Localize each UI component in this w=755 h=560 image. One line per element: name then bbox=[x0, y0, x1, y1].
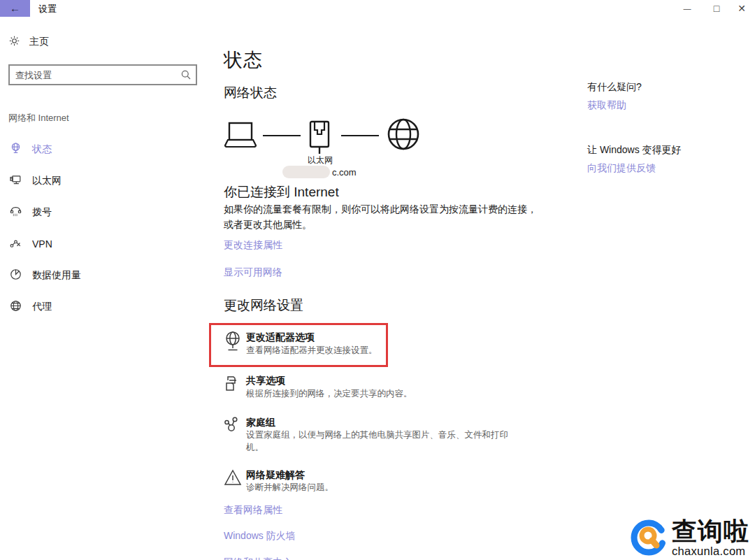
sidebar-item-label: 以太网 bbox=[32, 175, 62, 187]
status-globe-icon bbox=[9, 142, 22, 157]
change-network-settings-heading: 更改网络设置 bbox=[224, 296, 303, 315]
homegroup-item[interactable]: 家庭组 bbox=[246, 417, 275, 429]
pie-chart-icon bbox=[9, 268, 22, 283]
chaxunla-logo-icon bbox=[630, 519, 670, 560]
warning-triangle-icon bbox=[224, 468, 242, 489]
improve-windows-heading: 让 Windows 变得更好 bbox=[587, 144, 682, 157]
diagram-connector-line bbox=[263, 135, 301, 136]
proxy-globe-icon bbox=[9, 299, 22, 315]
windows-firewall-link[interactable]: Windows 防火墙 bbox=[224, 530, 296, 543]
sharing-options-desc: 根据所连接到的网络，决定要共享的内容。 bbox=[246, 388, 412, 400]
ethernet-plug-icon bbox=[306, 120, 334, 159]
sidebar-item-status[interactable]: 状态 bbox=[0, 137, 203, 162]
censor-blur bbox=[282, 166, 330, 178]
homegroup-icon bbox=[224, 416, 242, 440]
watermark-domain: chaxunla.com bbox=[672, 545, 749, 558]
search-box bbox=[8, 64, 197, 85]
adapter-options-desc: 查看网络适配器并更改连接设置。 bbox=[246, 345, 378, 357]
sidebar-item-vpn[interactable]: VPN bbox=[0, 231, 203, 257]
back-button[interactable]: ← bbox=[0, 0, 30, 17]
close-button[interactable]: ✕ bbox=[730, 0, 754, 18]
sidebar-item-label: 代理 bbox=[32, 301, 52, 313]
ethernet-icon bbox=[9, 173, 22, 189]
sidebar-item-label: 数据使用量 bbox=[32, 269, 81, 282]
network-status-heading: 网络状态 bbox=[224, 84, 277, 102]
get-help-link[interactable]: 获取帮助 bbox=[587, 99, 626, 112]
help-question-heading: 有什么疑问? bbox=[587, 81, 642, 94]
feedback-link[interactable]: 向我们提供反馈 bbox=[587, 162, 656, 175]
diagram-connector-line bbox=[341, 135, 379, 136]
view-network-properties-link[interactable]: 查看网络属性 bbox=[224, 504, 282, 517]
sidebar-item-ethernet[interactable]: 以太网 bbox=[0, 168, 203, 194]
minimize-button[interactable]: — bbox=[675, 0, 699, 18]
sidebar-item-label: VPN bbox=[32, 238, 52, 250]
dialup-phone-icon bbox=[9, 205, 22, 220]
chaxunla-watermark: 查询啦 chaxunla.com bbox=[630, 519, 754, 559]
network-domain-label: c.com bbox=[282, 166, 357, 178]
network-troubleshooter-desc: 诊断并解决网络问题。 bbox=[246, 482, 333, 494]
title-bar: ← 设置 — □ ✕ bbox=[0, 0, 755, 17]
gear-icon bbox=[8, 35, 20, 49]
sidebar-item-dialup[interactable]: 拨号 bbox=[0, 200, 203, 225]
connection-heading: 你已连接到 Internet bbox=[224, 183, 339, 201]
adapter-options-icon bbox=[224, 331, 242, 356]
search-icon[interactable] bbox=[180, 69, 192, 83]
search-input[interactable] bbox=[15, 66, 173, 84]
watermark-name: 查询啦 bbox=[672, 519, 749, 544]
censor-blur bbox=[285, 153, 306, 164]
sharing-options-icon bbox=[224, 374, 242, 396]
domain-suffix: c.com bbox=[332, 167, 357, 178]
internet-globe-icon bbox=[386, 117, 421, 155]
sidebar-item-label: 状态 bbox=[32, 143, 52, 156]
sidebar-item-label: 拨号 bbox=[32, 206, 52, 219]
sidebar-item-home[interactable]: 主页 bbox=[8, 35, 49, 49]
adapter-options-item[interactable]: 更改适配器选项 bbox=[246, 331, 315, 344]
sidebar-item-data-usage[interactable]: 数据使用量 bbox=[0, 263, 203, 288]
page-title: 状态 bbox=[224, 48, 263, 73]
sidebar-item-proxy[interactable]: 代理 bbox=[0, 294, 203, 320]
vpn-icon bbox=[9, 236, 22, 252]
settings-sidebar: 主页 网络和 Internet 状态 以太网 bbox=[0, 17, 213, 560]
maximize-button[interactable]: □ bbox=[705, 0, 728, 18]
laptop-icon bbox=[222, 120, 259, 154]
sidebar-home-label: 主页 bbox=[29, 36, 49, 48]
sidebar-section-label: 网络和 Internet bbox=[8, 112, 69, 124]
network-sharing-center-link[interactable]: 网络和共享中心 bbox=[224, 557, 292, 560]
homegroup-desc: 设置家庭组，以便与网络上的其他电脑共享图片、音乐、文件和打印机。 bbox=[246, 429, 510, 454]
change-connection-properties-link[interactable]: 更改连接属性 bbox=[224, 239, 282, 252]
show-available-networks-link[interactable]: 显示可用网络 bbox=[224, 266, 282, 279]
window-title: 设置 bbox=[38, 3, 57, 15]
sharing-options-item[interactable]: 共享选项 bbox=[246, 375, 285, 387]
network-troubleshooter-item[interactable]: 网络疑难解答 bbox=[246, 469, 305, 482]
connection-description: 如果你的流量套餐有限制，则你可以将此网络设置为按流量计费的连接，或者更改其他属性… bbox=[224, 202, 540, 232]
watermark-text: 查询啦 chaxunla.com bbox=[672, 519, 749, 558]
